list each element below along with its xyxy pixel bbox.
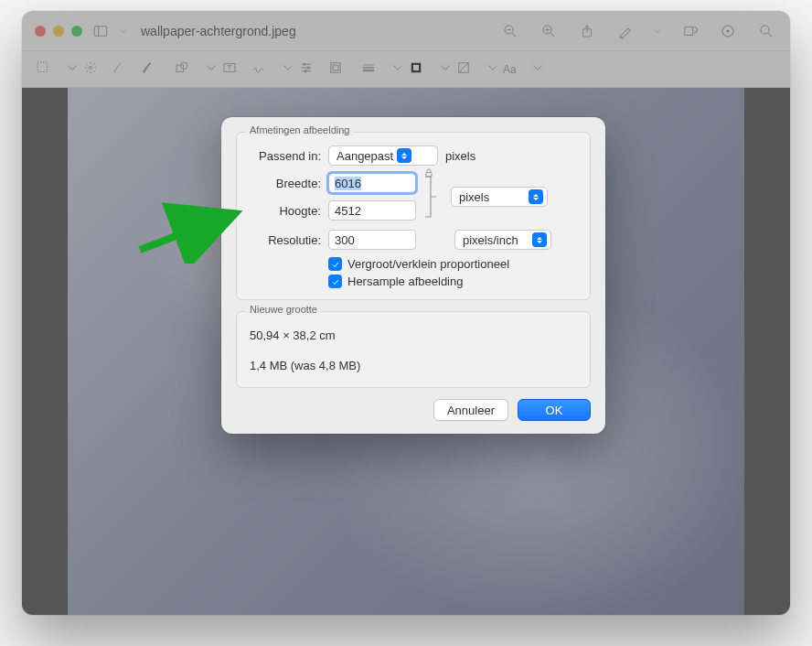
titlebar: wallpaper-achtergrond.jpeg	[22, 11, 790, 51]
share-icon[interactable]	[576, 20, 598, 42]
svg-line-16	[768, 33, 772, 37]
font-style-button[interactable]: Aa	[503, 63, 517, 76]
svg-line-6	[550, 33, 554, 37]
resample-label: Hersample afbeelding	[347, 275, 463, 288]
svg-point-18	[90, 66, 92, 69]
fill-color-icon[interactable]	[455, 59, 472, 80]
zoom-in-icon[interactable]	[538, 20, 560, 42]
svg-rect-0	[94, 26, 107, 36]
resample-checkbox[interactable]: Hersample afbeelding	[328, 275, 579, 288]
height-label: Hoogte:	[248, 204, 321, 218]
markup-icon[interactable]	[614, 20, 636, 42]
size-mb-text: 1,4 MB (was 4,8 MB)	[248, 355, 579, 376]
info-icon[interactable]	[717, 20, 739, 42]
svg-line-38	[459, 62, 469, 72]
resolution-unit-select[interactable]: pixels/inch	[454, 230, 551, 250]
adjust-color-icon[interactable]	[298, 59, 315, 80]
dimension-unit-select[interactable]: pixels	[451, 187, 548, 207]
adjust-size-dialog: Afmetingen afbeelding Passend in: Aangep…	[221, 117, 605, 434]
markup-toolbar: Aa	[22, 51, 790, 88]
svg-point-27	[304, 63, 305, 65]
svg-point-20	[181, 62, 188, 70]
chevron-down-icon[interactable]	[280, 59, 296, 76]
fit-into-select[interactable]: Aangepast	[328, 145, 438, 166]
instant-alpha-icon[interactable]	[82, 59, 99, 80]
chevron-down-icon[interactable]	[64, 59, 80, 76]
marker-icon[interactable]	[141, 59, 157, 80]
chevron-down-icon[interactable]	[437, 59, 454, 76]
resolution-input[interactable]: 300	[328, 230, 416, 250]
height-input[interactable]: 4512	[328, 200, 416, 221]
window-title: wallpaper-achtergrond.jpeg	[141, 24, 296, 38]
fullscreen-window-button[interactable]	[71, 26, 82, 37]
sign-icon[interactable]	[251, 59, 267, 80]
cancel-button[interactable]: Annuleer	[433, 399, 508, 421]
line-style-icon[interactable]	[360, 59, 377, 80]
sidebar-icon[interactable]	[90, 20, 112, 42]
chevron-down-icon[interactable]	[485, 59, 501, 76]
ok-button[interactable]: OK	[518, 399, 591, 421]
chevron-down-icon[interactable]	[390, 59, 406, 76]
scale-proportionally-label: Vergroot/verklein proportioneel	[347, 257, 509, 271]
scale-proportionally-checkbox[interactable]: Vergroot/verklein proportioneel	[328, 257, 579, 271]
new-size-group: Nieuwe grootte 50,94 × 38,2 cm 1,4 MB (w…	[236, 311, 591, 388]
pencil-icon[interactable]	[112, 59, 128, 80]
zoom-out-icon[interactable]	[499, 20, 521, 42]
chevron-down-icon[interactable]	[653, 20, 662, 42]
svg-rect-17	[37, 62, 48, 72]
selection-tool-icon[interactable]	[35, 59, 51, 80]
svg-point-15	[761, 26, 769, 34]
svg-point-28	[307, 66, 309, 68]
svg-rect-36	[413, 65, 419, 70]
lock-icon[interactable]	[423, 167, 434, 178]
text-box-icon[interactable]	[221, 59, 238, 80]
aspect-lock-bracket	[423, 173, 440, 221]
chevron-down-icon[interactable]	[529, 59, 546, 76]
dimensions-legend: Afmetingen afbeelding	[246, 124, 353, 135]
minimize-window-button[interactable]	[53, 26, 64, 37]
chevron-down-icon[interactable]	[203, 59, 219, 76]
crop-size-icon[interactable]	[327, 59, 344, 80]
width-label: Breedte:	[248, 177, 321, 190]
svg-rect-39	[426, 173, 432, 178]
search-icon[interactable]	[755, 20, 777, 42]
size-cm-text: 50,94 × 38,2 cm	[248, 325, 579, 346]
shapes-icon[interactable]	[174, 59, 190, 80]
preview-window: wallpaper-achtergrond.jpeg	[22, 11, 790, 615]
dimensions-group: Afmetingen afbeelding Passend in: Aangep…	[236, 132, 591, 300]
chevron-down-icon[interactable]	[119, 20, 128, 42]
close-window-button[interactable]	[35, 26, 46, 37]
fit-into-label: Passend in:	[248, 149, 321, 163]
rotate-icon[interactable]	[678, 20, 700, 42]
new-size-legend: Nieuwe grootte	[246, 304, 321, 315]
border-color-icon[interactable]	[408, 59, 424, 80]
svg-rect-31	[333, 65, 338, 70]
svg-point-14	[727, 29, 730, 32]
resolution-label: Resolutie:	[248, 233, 321, 247]
traffic-lights	[35, 26, 82, 37]
fit-unit-label: pixels	[445, 149, 475, 163]
width-input[interactable]: 6016	[328, 173, 416, 193]
svg-line-3	[512, 33, 516, 37]
svg-point-29	[304, 70, 306, 71]
svg-rect-30	[331, 62, 341, 72]
svg-rect-12	[685, 27, 693, 35]
